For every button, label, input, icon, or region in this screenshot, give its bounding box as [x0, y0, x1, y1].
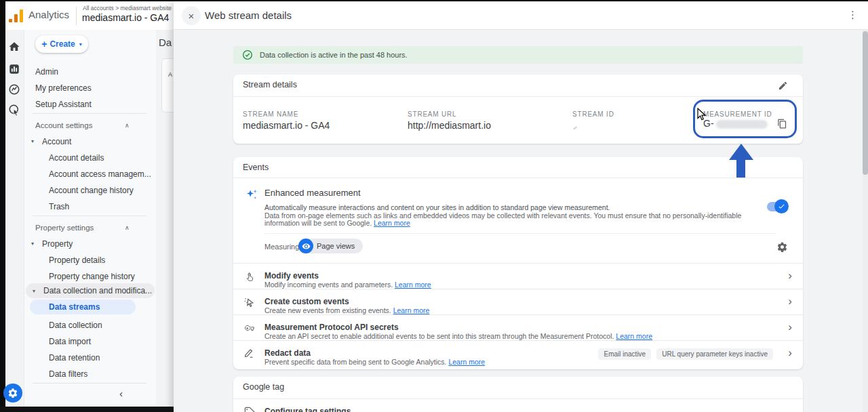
- section-property-settings[interactable]: Property settings ∧: [24, 221, 156, 234]
- sidebar-item-account-change-history[interactable]: Account change history: [24, 184, 156, 197]
- measurement-id-highlight: [693, 100, 797, 138]
- frame-edge: [0, 0, 868, 1]
- learn-more-link[interactable]: Learn more: [448, 358, 485, 366]
- redact-data-row[interactable]: Redact data Prevent specific data from b…: [233, 341, 803, 369]
- learn-more-link[interactable]: Learn more: [393, 306, 430, 314]
- chip-label: Page views: [306, 239, 363, 253]
- background-page-title-fragment: Da: [159, 37, 172, 48]
- redact-status-badges: Email inactive URL query parameter keys …: [598, 348, 773, 360]
- divider: [33, 383, 146, 384]
- caret-down-icon: ▾: [79, 41, 82, 47]
- sidebar-item-data-retention[interactable]: Data retention: [24, 351, 156, 365]
- learn-more-link[interactable]: Learn more: [395, 281, 431, 289]
- stream-url-label: STREAM URL: [408, 110, 456, 118]
- sidebar-item-property-details[interactable]: Property details: [24, 253, 156, 267]
- chevron-up-icon: ∧: [125, 221, 130, 234]
- frame-edge: [0, 0, 5, 412]
- sidebar-item-data-collection[interactable]: Data collection: [24, 318, 156, 332]
- nav-rail: [5, 30, 24, 407]
- events-card: Events Enhanced measurement Automaticall…: [233, 157, 803, 369]
- explore-icon[interactable]: [8, 83, 20, 96]
- close-button[interactable]: ×: [182, 6, 201, 25]
- sidebar-item-data-import[interactable]: Data import: [24, 335, 156, 348]
- chevron-right-icon[interactable]: ›: [788, 269, 792, 283]
- sidebar-item-account-access[interactable]: Account access managem...: [24, 167, 156, 181]
- divider: [233, 178, 803, 178]
- stream-name-label: STREAM NAME: [243, 110, 298, 118]
- configure-tag-settings-title: Configure tag settings: [264, 407, 351, 412]
- caret-down-icon: ▾: [33, 284, 35, 299]
- create-button[interactable]: + Create ▾: [35, 35, 88, 53]
- create-custom-events-row[interactable]: Create custom events Create new events f…: [233, 289, 803, 315]
- sidebar-item-my-preferences[interactable]: My preferences: [24, 81, 156, 95]
- measurement-protocol-api-secrets-row[interactable]: Measurement Protocol API secrets Create …: [233, 315, 803, 341]
- collapse-sidebar-icon[interactable]: ‹: [119, 388, 123, 399]
- status-badge: URL query parameter keys inactive: [656, 348, 773, 360]
- sidebar-item-admin[interactable]: Admin: [24, 65, 156, 79]
- divider: [233, 96, 803, 97]
- learn-more-link[interactable]: Learn more: [616, 332, 652, 340]
- card-title: Google tag: [243, 382, 284, 392]
- property-selector[interactable]: mediasmart.io - GA4: [82, 12, 179, 23]
- sidebar-item-trash[interactable]: Trash: [24, 200, 156, 213]
- panel-title: Web stream details: [205, 9, 292, 21]
- scrollbar-thumb[interactable]: [863, 31, 868, 175]
- google-analytics-logo-icon: [8, 8, 26, 23]
- chevron-right-icon[interactable]: ›: [788, 346, 792, 360]
- stream-name-value: mediasmart.io - GA4: [243, 120, 330, 131]
- sidebar-item-data-collection-modification[interactable]: ▾ Data collection and modifica...: [26, 283, 155, 298]
- chevron-up-icon: ∧: [125, 119, 130, 132]
- brand-title: Analytics: [28, 9, 69, 20]
- enhanced-measurement-settings-gear-icon[interactable]: [776, 241, 788, 253]
- advertising-icon[interactable]: [8, 104, 20, 116]
- home-icon[interactable]: [8, 41, 20, 53]
- more-options-icon[interactable]: ⋮: [848, 9, 858, 21]
- plus-icon: +: [41, 39, 47, 49]
- divider: [33, 113, 146, 114]
- chevron-right-icon[interactable]: ›: [788, 295, 792, 308]
- sidebar-item-account[interactable]: ▾ Account: [24, 135, 156, 148]
- modify-events-row[interactable]: Modify events Modify incoming events and…: [233, 264, 803, 289]
- eye-icon: [298, 239, 313, 253]
- card-title: Stream details: [243, 80, 297, 89]
- breadcrumb[interactable]: All accounts > mediasmart website: [83, 5, 174, 12]
- edit-pencil-icon[interactable]: [778, 81, 788, 91]
- card-title: Events: [243, 163, 269, 172]
- divider: [76, 7, 77, 25]
- annotation-arrow-head: [729, 144, 753, 160]
- panel-header: × Web stream details ⋮: [174, 1, 868, 30]
- learn-more-link[interactable]: Learn more: [374, 219, 410, 227]
- sidebar-item-data-filters[interactable]: Data filters: [24, 367, 156, 381]
- section-account-settings[interactable]: Account settings ∧: [24, 119, 156, 132]
- redact-pencil-icon: [243, 348, 256, 360]
- logo-bar: [9, 19, 12, 22]
- sidebar-item-property-change-history[interactable]: Property change history: [24, 270, 156, 283]
- sidebar-item-setup-assistant[interactable]: Setup Assistant: [24, 98, 156, 111]
- status-badge: Email inactive: [598, 348, 651, 360]
- check-circle-icon: [242, 49, 253, 60]
- annotation-arrow-stem: [736, 159, 745, 178]
- admin-gear-button[interactable]: [3, 384, 22, 403]
- page-views-chip[interactable]: Page views: [298, 239, 363, 253]
- divider: [233, 398, 803, 399]
- sidebar-item-data-streams-selected[interactable]: Data streams: [30, 300, 136, 314]
- background-card-fragment: A: [161, 58, 174, 112]
- sidebar-item-account-details[interactable]: Account details: [24, 151, 156, 165]
- caret-down-icon: ▾: [31, 237, 34, 251]
- web-stream-details-panel: × Web stream details ⋮ Data collection i…: [174, 1, 868, 412]
- logo-bar: [20, 9, 23, 22]
- key-icon: [243, 322, 256, 334]
- background-page: Da A: [156, 30, 174, 407]
- sidebar-item-property[interactable]: ▾ Property: [24, 237, 156, 251]
- frame-edge: [0, 407, 174, 412]
- mouse-cursor: [697, 108, 707, 121]
- panel-content: Data collection is active in the past 48…: [174, 30, 868, 412]
- chevron-right-icon[interactable]: ›: [788, 321, 792, 334]
- banner-text: Data collection is active in the past 48…: [260, 51, 408, 59]
- stream-url-value: http://mediasmart.io: [408, 120, 491, 131]
- toggle-knob-check-icon[interactable]: [774, 199, 789, 213]
- stream-id-label: STREAM ID: [572, 110, 614, 118]
- reports-icon[interactable]: [8, 63, 20, 75]
- stream-id-redacted-mark: [573, 126, 577, 129]
- logo-bar: [14, 14, 18, 22]
